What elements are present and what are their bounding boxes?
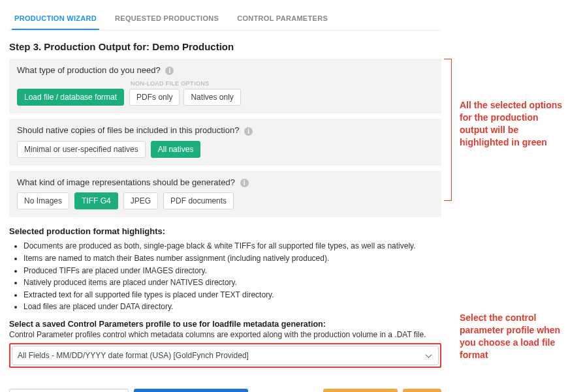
option-minimal-natives[interactable]: Minimal or user-specified natives: [17, 141, 146, 158]
option-pdf-documents[interactable]: PDF documents: [163, 192, 234, 209]
list-item: Documents are produced as both, single-p…: [24, 240, 441, 252]
list-item: Extracted text for all supported file ty…: [24, 289, 441, 301]
nonload-options-label: NON-LOAD FILE OPTIONS: [129, 80, 241, 87]
highlights-heading: Selected production format highlights:: [9, 226, 441, 236]
option-load-file-format[interactable]: Load file / database format: [17, 89, 124, 106]
option-all-natives[interactable]: All natives: [151, 141, 201, 158]
control-params-heading: Select a saved Control Parameters profil…: [9, 320, 441, 329]
highlights-list: Documents are produced as both, single-p…: [9, 240, 441, 313]
next-button[interactable]: Next: Native files options: [134, 389, 249, 392]
step-title: Step 3. Production Output for: Demo Prod…: [9, 41, 441, 52]
question-production-type: What type of production do you need?: [17, 65, 161, 75]
info-icon[interactable]: i: [244, 127, 253, 136]
option-pdfs-only[interactable]: PDFs only: [129, 89, 180, 106]
list-item: Natively produced items are placed under…: [24, 277, 441, 289]
option-natives-only[interactable]: Natives only: [183, 89, 240, 106]
control-params-select-highlight: All Fields - MM/DD/YYYY date format (USA…: [9, 343, 441, 368]
control-params-subtext: Control Parameter profiles control which…: [9, 330, 441, 339]
reset-button[interactable]: Reset: [403, 389, 441, 392]
annotation-bracket: [444, 59, 452, 201]
footer-actions: Back: Document selection Next: Native fi…: [9, 389, 441, 392]
question-image-representations: What kind of image representations shoul…: [17, 177, 235, 187]
option-jpeg[interactable]: JPEG: [123, 192, 158, 209]
tab-control-parameters[interactable]: CONTROL PARAMETERS: [234, 9, 330, 30]
annotation-text-selected-green: All the selected options for the product…: [460, 99, 564, 149]
option-tiff-g4[interactable]: TIFF G4: [74, 192, 118, 209]
panel-image-representations: What kind of image representations shoul…: [9, 171, 441, 217]
tab-requested-productions[interactable]: REQUESTED PRODUCTIONS: [112, 9, 221, 30]
panel-native-copies: Should native copies of files be include…: [9, 119, 441, 165]
list-item: Load files are placed under DATA directo…: [24, 301, 441, 313]
save-and-close-button[interactable]: Save and Close: [323, 389, 398, 392]
tab-bar: PRODUCTION WIZARD REQUESTED PRODUCTIONS …: [9, 9, 441, 31]
question-native-copies: Should native copies of files be include…: [17, 125, 239, 135]
panel-production-type: What type of production do you need? i L…: [9, 59, 441, 113]
annotation-text-control-params: Select the control parameter profile whe…: [460, 312, 564, 361]
list-item: Produced TIFFs are placed under IMAGES d…: [24, 265, 441, 277]
info-icon[interactable]: i: [165, 67, 174, 75]
tab-production-wizard[interactable]: PRODUCTION WIZARD: [12, 9, 99, 30]
control-params-select[interactable]: All Fields - MM/DD/YYYY date format (USA…: [12, 346, 439, 365]
list-item: Items are named to match their Bates num…: [24, 252, 441, 265]
back-button[interactable]: Back: Document selection: [9, 389, 129, 392]
option-no-images[interactable]: No Images: [17, 192, 69, 209]
info-icon[interactable]: i: [240, 179, 249, 187]
